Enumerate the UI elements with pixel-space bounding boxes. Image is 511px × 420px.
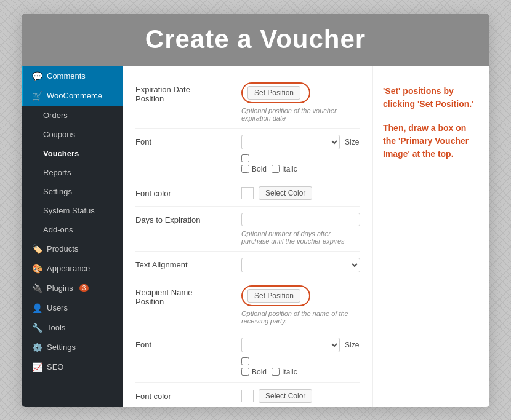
sidebar-item-label: Coupons	[43, 130, 75, 139]
size1-checkbox[interactable]	[241, 154, 249, 162]
form-row-text-alignment: Text Alignment	[135, 252, 360, 279]
set-position-button-expiration[interactable]: Set Position	[247, 86, 300, 100]
sidebar-item-system-status[interactable]: System Status	[22, 201, 123, 220]
card-header: Create a Voucher	[22, 14, 489, 66]
font-color2-control: Select Color	[241, 389, 360, 403]
font1-select[interactable]	[241, 135, 340, 149]
font-color1-label: Font color	[135, 186, 234, 198]
set-position-button-recipient[interactable]: Set Position	[247, 289, 300, 303]
right-panel: 'Set' positions by clicking 'Set Positio…	[372, 66, 489, 407]
tools-icon: 🔧	[32, 323, 42, 333]
card-body: 💬 Comments 🛒 WooCommerce Orders Coupons …	[22, 66, 489, 407]
bold1-checkbox[interactable]	[241, 165, 249, 173]
form-container: Expiration DatePosition Set Position Opt…	[123, 66, 372, 407]
italic2-checkbox[interactable]	[272, 368, 280, 376]
sidebar-item-label: SEO	[47, 362, 63, 371]
color-swatch2	[241, 390, 254, 402]
bold2-label[interactable]: Bold	[241, 368, 267, 376]
tip2-text: Then, draw a box on the 'Primary Voucher…	[383, 122, 480, 160]
woocommerce-icon: 🛒	[32, 91, 42, 101]
comments-icon: 💬	[32, 71, 42, 81]
products-icon: 🏷️	[32, 244, 42, 254]
sidebar-item-comments[interactable]: 💬 Comments	[22, 66, 123, 86]
text-alignment-control	[241, 258, 360, 272]
size1-label: Size	[345, 138, 359, 146]
sidebar-item-tools[interactable]: 🔧 Tools	[22, 318, 123, 338]
text-alignment-label: Text Alignment	[135, 258, 234, 269]
font2-select[interactable]	[241, 338, 340, 352]
font-color2-label: Font color	[135, 389, 234, 401]
recipient-hint: Optional position of the name of the rec…	[241, 310, 360, 325]
sidebar-item-plugins[interactable]: 🔌 Plugins 3	[22, 279, 123, 298]
form-row-recipient-name: Recipient NamePosition Set Position Opti…	[135, 279, 360, 331]
recipient-name-control: Set Position Optional position of the na…	[241, 285, 360, 325]
sidebar-item-label: Settings	[43, 187, 72, 196]
settings-icon: ⚙️	[32, 343, 42, 352]
sidebar-item-label: Products	[47, 244, 78, 253]
font2-label: Font	[135, 338, 234, 349]
page-title: Create a Voucher	[40, 25, 471, 54]
select-color2-button[interactable]: Select Color	[259, 389, 312, 403]
main-content: Expiration DatePosition Set Position Opt…	[123, 66, 372, 407]
text-alignment-select[interactable]	[241, 258, 360, 272]
size2-label: Size	[345, 341, 359, 349]
sidebar-item-label: Vouchers	[43, 149, 79, 158]
italic1-label[interactable]: Italic	[272, 165, 297, 173]
plugins-icon: 🔌	[32, 283, 42, 293]
select-color1-button[interactable]: Select Color	[259, 186, 312, 200]
expiration-date-control: Set Position Optional position of the vo…	[241, 82, 360, 122]
size2-checkbox[interactable]	[241, 357, 249, 365]
sidebar-item-appearance[interactable]: 🎨 Appearance	[22, 259, 123, 279]
main-card: Create a Voucher 💬 Comments 🛒 WooCommerc…	[22, 14, 489, 407]
sidebar-item-label: Tools	[47, 323, 65, 332]
days-expiration-input[interactable]: days	[241, 213, 360, 226]
plugins-badge: 3	[79, 284, 89, 292]
days-expiration-label: Days to Expiration	[135, 213, 234, 224]
sidebar-item-orders[interactable]: Orders	[22, 106, 123, 125]
seo-icon: 📈	[32, 362, 42, 372]
sidebar-item-label: Comments	[47, 71, 86, 81]
sidebar-item-label: Add-ons	[43, 225, 73, 234]
sidebar-item-add-ons[interactable]: Add-ons	[22, 220, 123, 239]
sidebar-item-users[interactable]: 👤 Users	[22, 298, 123, 318]
sidebar-item-settings[interactable]: Settings	[22, 182, 123, 201]
expiration-date-label: Expiration DatePosition	[135, 82, 234, 103]
italic1-checkbox[interactable]	[272, 165, 280, 173]
sidebar-item-label: Orders	[43, 111, 68, 120]
sidebar-item-settings2[interactable]: ⚙️ Settings	[22, 338, 123, 357]
sidebar-item-seo[interactable]: 📈 SEO	[22, 357, 123, 377]
users-icon: 👤	[32, 303, 42, 313]
bold2-checkbox[interactable]	[241, 368, 249, 376]
sidebar-item-label: Reports	[43, 168, 71, 177]
font1-control: Size Bold Italic	[241, 135, 360, 173]
sidebar-item-reports[interactable]: Reports	[22, 163, 123, 182]
font-color1-control: Select Color	[241, 186, 360, 200]
recipient-name-label: Recipient NamePosition	[135, 285, 234, 306]
form-row-font-color2: Font color Select Color	[135, 383, 360, 407]
sidebar-item-label: Appearance	[47, 264, 90, 273]
appearance-icon: 🎨	[32, 264, 42, 274]
tip1-text: 'Set' positions by clicking 'Set Positio…	[383, 85, 480, 111]
font1-label: Font	[135, 135, 234, 146]
sidebar-item-vouchers[interactable]: Vouchers	[22, 144, 123, 163]
form-row-font2: Font Size Bold	[135, 331, 360, 383]
form-row-expiration-date: Expiration DatePosition Set Position Opt…	[135, 76, 360, 129]
sidebar-item-woocommerce[interactable]: 🛒 WooCommerce	[22, 86, 123, 106]
sidebar-item-coupons[interactable]: Coupons	[22, 125, 123, 144]
font2-control: Size Bold Italic	[241, 338, 360, 376]
expiration-hint: Optional position of the voucher expirat…	[241, 107, 360, 122]
days-expiration-control: days Optional number of days after purch…	[241, 213, 360, 245]
color-swatch1	[241, 187, 254, 199]
sidebar-item-products[interactable]: 🏷️ Products	[22, 239, 123, 259]
days-expiration-hint: Optional number of days after purchase u…	[241, 230, 360, 245]
sidebar-item-label: Users	[47, 303, 68, 312]
italic2-label[interactable]: Italic	[272, 368, 297, 376]
sidebar-item-label: WooCommerce	[47, 91, 102, 100]
sidebar-item-label: Plugins	[47, 283, 73, 293]
sidebar: 💬 Comments 🛒 WooCommerce Orders Coupons …	[22, 66, 123, 407]
bold1-label[interactable]: Bold	[241, 165, 267, 173]
form-row-font1: Font Size Bold	[135, 129, 360, 180]
form-row-font-color1: Font color Select Color	[135, 180, 360, 207]
sidebar-item-label: Settings	[47, 343, 76, 352]
sidebar-item-label: System Status	[43, 206, 95, 215]
